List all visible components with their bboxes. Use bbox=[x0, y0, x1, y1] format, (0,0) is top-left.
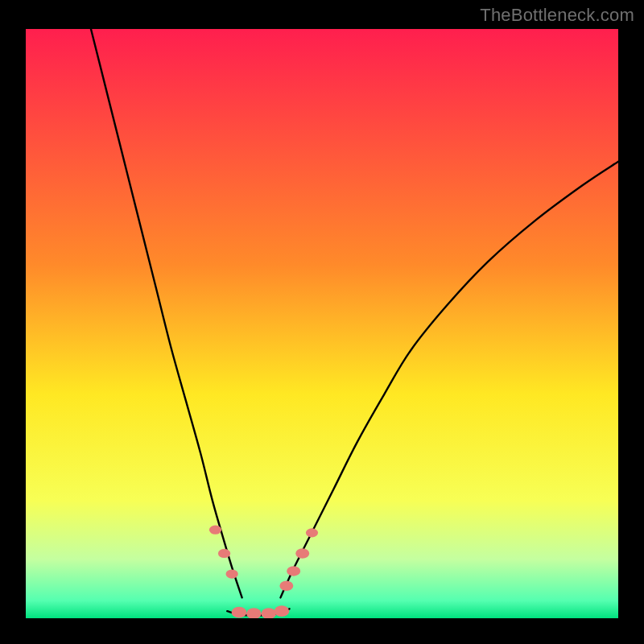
marker-floor-dot-b bbox=[246, 608, 262, 619]
marker-right-dot-b bbox=[287, 566, 300, 576]
marker-left-dot-lower bbox=[226, 569, 238, 578]
bottleneck-plot bbox=[0, 0, 644, 644]
gradient-background bbox=[26, 29, 618, 618]
chart-frame: TheBottleneck.com bbox=[0, 0, 644, 644]
marker-right-dot-d bbox=[306, 528, 318, 537]
marker-right-dot-a bbox=[279, 580, 293, 591]
marker-floor-dot-a bbox=[232, 607, 247, 618]
marker-floor-dot-d bbox=[275, 605, 290, 617]
watermark-text: TheBottleneck.com bbox=[480, 5, 634, 26]
marker-right-dot-c bbox=[295, 548, 309, 559]
marker-left-dot-mid bbox=[218, 549, 230, 558]
marker-floor-dot-c bbox=[261, 608, 276, 619]
marker-left-dot-upper bbox=[209, 526, 221, 535]
